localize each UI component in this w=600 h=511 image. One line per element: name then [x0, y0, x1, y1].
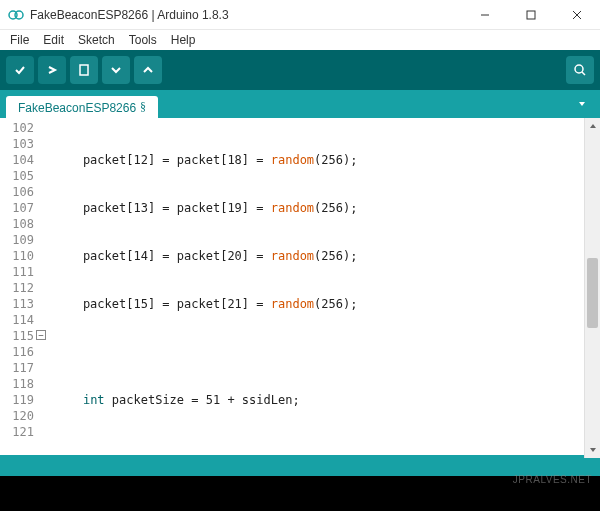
line-number: 107	[0, 200, 34, 216]
line-gutter: 102 103 104 105 106 107 108 109 110 111 …	[0, 118, 40, 455]
line-number: 110	[0, 248, 34, 264]
line-number: 102	[0, 120, 34, 136]
line-number: 116	[0, 344, 34, 360]
tab-dropdown-icon[interactable]	[574, 96, 590, 112]
scrollbar-thumb[interactable]	[587, 258, 598, 328]
close-button[interactable]	[554, 0, 600, 30]
verify-button[interactable]	[6, 56, 34, 84]
line-number: 112	[0, 280, 34, 296]
line-number: 121	[0, 424, 34, 440]
menu-file[interactable]: File	[4, 31, 35, 49]
line-number: 106	[0, 184, 34, 200]
open-button[interactable]	[102, 56, 130, 84]
svg-rect-3	[527, 11, 535, 19]
tab-dirty-marker: §	[140, 100, 146, 115]
watermark: JPRALVES.NET	[513, 474, 592, 485]
svg-line-8	[582, 72, 585, 75]
svg-marker-9	[579, 102, 585, 106]
code-area[interactable]: packet[12] = packet[18] = random(256); p…	[40, 118, 600, 455]
line-number: 115−	[0, 328, 34, 344]
line-number: 103	[0, 136, 34, 152]
line-number: 119	[0, 392, 34, 408]
scroll-down-icon[interactable]	[585, 442, 600, 458]
window-titlebar: FakeBeaconESP8266 | Arduino 1.8.3	[0, 0, 600, 30]
menu-tools[interactable]: Tools	[123, 31, 163, 49]
code-editor[interactable]: 102 103 104 105 106 107 108 109 110 111 …	[0, 118, 600, 458]
vertical-scrollbar[interactable]	[584, 118, 600, 458]
tab-active[interactable]: FakeBeaconESP8266 §	[6, 96, 158, 118]
line-number: 118	[0, 376, 34, 392]
svg-rect-6	[80, 65, 88, 75]
line-number: 117	[0, 360, 34, 376]
window-title: FakeBeaconESP8266 | Arduino 1.8.3	[30, 8, 462, 22]
new-button[interactable]	[70, 56, 98, 84]
output-console[interactable]	[0, 476, 600, 511]
line-number: 105	[0, 168, 34, 184]
line-number: 111	[0, 264, 34, 280]
save-button[interactable]	[134, 56, 162, 84]
svg-marker-11	[590, 448, 596, 452]
tab-label: FakeBeaconESP8266	[18, 101, 136, 115]
upload-button[interactable]	[38, 56, 66, 84]
scroll-up-icon[interactable]	[585, 118, 600, 134]
arduino-icon	[8, 7, 24, 23]
message-bar	[0, 458, 600, 476]
window-controls	[462, 0, 600, 30]
line-number: 108	[0, 216, 34, 232]
menu-sketch[interactable]: Sketch	[72, 31, 121, 49]
line-number: 114	[0, 312, 34, 328]
svg-point-7	[575, 65, 583, 73]
menu-edit[interactable]: Edit	[37, 31, 70, 49]
svg-point-1	[15, 11, 23, 19]
toolbar	[0, 50, 600, 90]
line-number: 120	[0, 408, 34, 424]
line-number: 104	[0, 152, 34, 168]
maximize-button[interactable]	[508, 0, 554, 30]
line-number: 113	[0, 296, 34, 312]
svg-marker-10	[590, 124, 596, 128]
menu-help[interactable]: Help	[165, 31, 202, 49]
tabbar: FakeBeaconESP8266 §	[0, 90, 600, 118]
menubar: File Edit Sketch Tools Help	[0, 30, 600, 50]
serial-monitor-button[interactable]	[566, 56, 594, 84]
minimize-button[interactable]	[462, 0, 508, 30]
line-number: 109	[0, 232, 34, 248]
